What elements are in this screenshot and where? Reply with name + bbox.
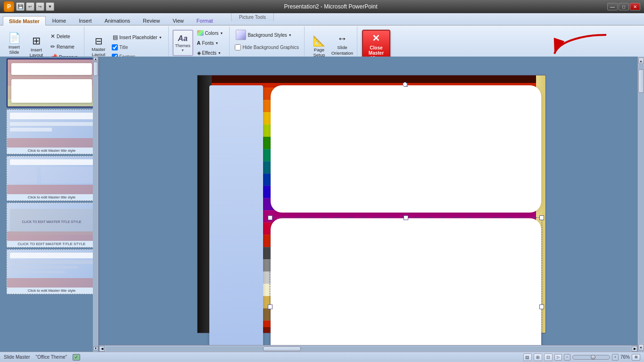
page-setup-label: Page Setup xyxy=(310,47,329,58)
scroll-right-button[interactable]: ▶ xyxy=(632,346,637,352)
scroll-up-button[interactable]: ▲ xyxy=(638,58,644,64)
slide-thumb-5[interactable]: 5 Click to edit Master title style xyxy=(7,249,97,294)
themes-dropdown-icon: ▼ xyxy=(181,49,184,52)
insert-placeholder-button[interactable]: ▤ Insert Placeholder ▼ xyxy=(110,33,165,42)
scroll-left-button[interactable]: ◀ xyxy=(99,346,105,352)
slide-thumb-3[interactable]: 3 Click to edit Master title style xyxy=(7,156,97,201)
title-check-label: Title xyxy=(119,45,128,50)
themes-button[interactable]: Aa Themes ▼ xyxy=(173,30,193,56)
scroll-down-arrow[interactable]: ▼ xyxy=(93,346,98,350)
zoom-thumb[interactable] xyxy=(591,355,595,360)
delete-icon: ✕ xyxy=(50,33,55,40)
status-left: Slide Master "Office Theme" ✓ xyxy=(4,354,80,361)
placeholder-icon: ▤ xyxy=(113,34,118,41)
color-font-effect-stack: Colors ▼ A Fonts ▼ ◈ Effects ▼ xyxy=(195,28,226,58)
delete-button[interactable]: ✕ Delete xyxy=(48,32,80,41)
undo-button[interactable]: ↩ xyxy=(26,2,34,11)
tab-view[interactable]: View xyxy=(166,16,190,25)
slide-thumb-2[interactable]: 2 Click to edit Master title style xyxy=(7,109,97,154)
rename-button[interactable]: ✏ Rename xyxy=(48,42,80,51)
master-layout-label: Master Layout xyxy=(90,47,107,58)
fonts-dropdown-icon: ▼ xyxy=(215,41,219,45)
zoom-out-button[interactable]: − xyxy=(564,354,570,361)
s3-title xyxy=(10,159,93,165)
handle-tl[interactable] xyxy=(268,215,272,220)
hide-background-checkbox[interactable] xyxy=(235,44,241,50)
redo-button[interactable]: ↪ xyxy=(36,2,44,11)
maximize-button[interactable]: □ xyxy=(619,3,629,10)
tab-animations[interactable]: Animations xyxy=(99,16,136,25)
handle-ml[interactable] xyxy=(268,304,272,309)
slide-4-preview: CLICK TO EDIT MASTER TITLE STYLE xyxy=(7,203,96,241)
hide-background-label: Hide Background Graphics xyxy=(242,45,299,50)
title-bar: P 💾 ↩ ↪ ▼ Presentation2 - Microsoft Powe… xyxy=(0,0,644,13)
slide-sorter-button[interactable]: ⊞ xyxy=(534,354,542,361)
effects-label: Effects xyxy=(202,50,216,56)
slide-2-label: Click to edit Master title style xyxy=(7,148,96,154)
effects-icon: ◈ xyxy=(197,50,201,56)
s3-chart xyxy=(10,167,37,183)
tab-insert[interactable]: Insert xyxy=(73,16,98,25)
status-check-icon[interactable]: ✓ xyxy=(73,354,80,361)
delete-label: Delete xyxy=(57,34,70,39)
canvas-area: ▲ ▼ ◀ ▶ xyxy=(99,57,644,352)
handle-mr[interactable] xyxy=(539,304,544,309)
rotate-handle[interactable] xyxy=(403,82,407,87)
right-scrollbar[interactable]: ▲ ▼ xyxy=(637,57,644,352)
h-scroll-thumb[interactable] xyxy=(263,346,301,351)
scroll-track[interactable] xyxy=(638,65,644,344)
picture-tools-label: Picture Tools xyxy=(231,13,274,21)
reading-view-button[interactable]: ⊡ xyxy=(544,354,553,361)
window-controls: — □ ✕ xyxy=(607,3,640,10)
tab-review[interactable]: Review xyxy=(137,16,166,25)
background-styles-label: Background Styles xyxy=(248,33,287,38)
close-button[interactable]: ✕ xyxy=(630,3,640,10)
slide-thumb-1[interactable]: 1 xyxy=(7,58,97,107)
effects-button[interactable]: ◈ Effects ▼ xyxy=(195,48,226,58)
effects-dropdown-icon: ▼ xyxy=(218,51,221,55)
handle-tc[interactable] xyxy=(404,215,408,220)
colors-button[interactable]: Colors ▼ xyxy=(195,28,226,38)
slide-panel-scrollbar[interactable]: ▲ ▼ xyxy=(93,57,99,352)
save-button[interactable]: 💾 xyxy=(16,2,25,11)
ribbon-tabs: Slide Master Home Insert Animations Revi… xyxy=(0,13,644,25)
placeholder-label: Insert Placeholder xyxy=(119,35,157,40)
h-scroll-track[interactable] xyxy=(106,346,631,351)
tab-format[interactable]: Format xyxy=(190,16,219,25)
bottom-scrollbar[interactable]: ◀ ▶ xyxy=(99,345,637,352)
background-styles-button[interactable]: Background Styles ▼ xyxy=(233,28,294,41)
s2-title xyxy=(10,113,93,119)
scroll-thumb[interactable] xyxy=(638,69,644,93)
slide-panel[interactable]: 1 2 Click to edit Master title style 3 xyxy=(0,57,99,352)
zoom-in-button[interactable]: + xyxy=(612,354,619,361)
status-right: ▤ ⊞ ⊡ ▷ − + 76% ⊠ xyxy=(523,354,640,361)
hide-background-row[interactable]: Hide Background Graphics xyxy=(233,43,300,51)
rename-icon: ✏ xyxy=(50,43,55,50)
scroll-up-arrow[interactable]: ▲ xyxy=(93,57,98,61)
s5-line3 xyxy=(10,271,65,273)
scroll-down-button[interactable]: ▼ xyxy=(638,344,644,351)
s5-line1 xyxy=(10,260,93,264)
title-checkbox[interactable] xyxy=(112,44,118,50)
zoom-slider[interactable] xyxy=(572,355,610,360)
insert-slide-master-icon: 📄 xyxy=(8,33,21,43)
tab-home[interactable]: Home xyxy=(46,16,72,25)
normal-view-button[interactable]: ▤ xyxy=(523,354,532,361)
slide-thumb-4[interactable]: 4 CLICK TO EDIT MASTER TITLE STYLE CLICK… xyxy=(7,203,97,247)
slide-1-title-area xyxy=(11,63,92,75)
fit-slide-button[interactable]: ⊠ xyxy=(632,354,640,361)
main-area: 1 2 Click to edit Master title style 3 xyxy=(0,57,644,352)
fonts-button[interactable]: A Fonts ▼ xyxy=(195,38,226,48)
qs-dropdown-button[interactable]: ▼ xyxy=(46,2,54,11)
app-logo: P xyxy=(4,1,14,12)
minimize-button[interactable]: — xyxy=(607,3,618,10)
slide-4-label: CLICK TO EDIT MASTER TITLE STYLE xyxy=(7,241,96,247)
insert-layout-icon: ⊞ xyxy=(32,36,41,46)
title-bar-left: P 💾 ↩ ↪ ▼ xyxy=(4,1,54,12)
title-checkbox-row[interactable]: Title xyxy=(110,43,165,51)
slideshow-button[interactable]: ▷ xyxy=(554,354,562,361)
handle-tr[interactable] xyxy=(539,215,544,220)
slide-2-preview xyxy=(7,110,96,148)
tab-slide-master[interactable]: Slide Master xyxy=(3,16,46,25)
scroll-thumb[interactable] xyxy=(93,62,98,76)
